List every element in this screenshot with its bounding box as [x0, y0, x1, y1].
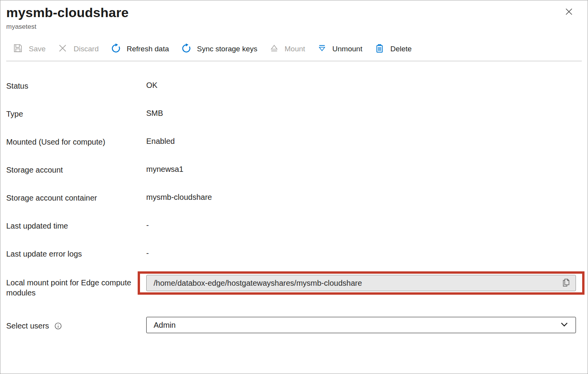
status-label: Status — [6, 80, 135, 91]
field-row-select-users: Select users Admin — [6, 317, 576, 333]
info-icon[interactable] — [54, 322, 62, 330]
local-mount-point-input[interactable] — [146, 275, 576, 291]
field-row-last-update-error-logs: Last update error logs - — [6, 248, 576, 259]
last-update-error-logs-value: - — [146, 248, 149, 258]
save-icon — [13, 43, 23, 55]
eject-mount-icon — [270, 44, 279, 55]
field-row-type: Type SMB — [6, 108, 576, 119]
sync-storage-keys-button[interactable]: Sync storage keys — [181, 43, 257, 55]
sync-storage-keys-label: Sync storage keys — [197, 45, 257, 53]
storage-account-label: Storage account — [6, 164, 135, 175]
share-details-blade: { "header": { "title": "mysmb-cloudshare… — [0, 0, 588, 374]
refresh-data-label: Refresh data — [127, 45, 169, 53]
delete-button[interactable]: Delete — [374, 43, 412, 55]
local-mount-point-field-wrap — [146, 275, 576, 291]
share-details-form: Status OK Type SMB Mounted (Used for com… — [0, 61, 588, 333]
mounted-label: Mounted (Used for compute) — [6, 136, 135, 147]
storage-account-value: mynewsa1 — [146, 164, 184, 174]
refresh-icon — [111, 43, 121, 55]
field-row-status: Status OK — [6, 80, 576, 91]
unmount-button[interactable]: Unmount — [317, 44, 362, 55]
page-subtitle: myasetest — [6, 23, 588, 31]
save-label: Save — [29, 45, 46, 53]
select-users-dropdown[interactable]: Admin — [146, 317, 576, 333]
sync-icon — [181, 43, 191, 55]
save-button[interactable]: Save — [13, 43, 46, 55]
discard-label: Discard — [74, 45, 98, 53]
red-highlight-annotation — [138, 271, 584, 295]
page-title: mysmb-cloudshare — [6, 5, 588, 20]
field-row-storage-account-container: Storage account container mysmb-cloudsha… — [6, 192, 576, 203]
delete-label: Delete — [390, 45, 412, 53]
mount-button[interactable]: Mount — [270, 44, 305, 55]
copy-button[interactable] — [557, 276, 574, 290]
field-row-local-mount-point: Local mount point for Edge compute modul… — [6, 271, 576, 298]
mount-label: Mount — [285, 45, 305, 53]
last-updated-time-value: - — [146, 220, 149, 230]
unmount-icon — [317, 44, 327, 55]
close-button[interactable] — [563, 6, 575, 18]
status-value: OK — [146, 80, 158, 90]
type-label: Type — [6, 108, 135, 119]
command-bar: Save Discard Refresh data Sync storage k… — [13, 40, 588, 58]
local-mount-point-label: Local mount point for Edge compute modul… — [6, 271, 135, 298]
close-icon — [564, 12, 574, 18]
copy-icon — [561, 278, 571, 289]
type-value: SMB — [146, 108, 163, 118]
select-users-value: Admin — [154, 321, 176, 330]
header: mysmb-cloudshare myasetest — [0, 0, 588, 31]
field-row-storage-account: Storage account mynewsa1 — [6, 164, 576, 175]
field-row-mounted: Mounted (Used for compute) Enabled — [6, 136, 576, 147]
refresh-data-button[interactable]: Refresh data — [111, 43, 169, 55]
chevron-down-icon — [558, 318, 570, 332]
last-update-error-logs-label: Last update error logs — [6, 248, 135, 259]
last-updated-time-label: Last updated time — [6, 220, 135, 231]
select-users-label-wrap: Select users — [6, 317, 135, 331]
select-users-label: Select users — [6, 321, 49, 331]
discard-button[interactable]: Discard — [58, 43, 98, 55]
field-row-last-updated-time: Last updated time - — [6, 220, 576, 231]
mounted-value: Enabled — [146, 136, 175, 146]
discard-icon — [58, 43, 68, 55]
trash-icon — [374, 43, 385, 55]
storage-account-container-value: mysmb-cloudshare — [146, 192, 212, 202]
unmount-label: Unmount — [332, 45, 362, 53]
storage-account-container-label: Storage account container — [6, 192, 135, 203]
